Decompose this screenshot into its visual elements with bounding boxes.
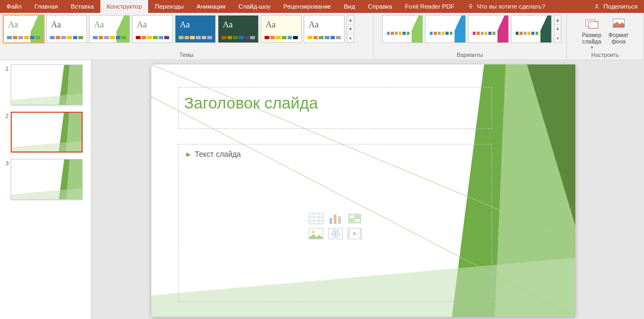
svg-point-0: [469, 4, 472, 7]
slide-canvas[interactable]: Заголовок слайда ▶ Текст слайда: [151, 64, 575, 317]
slide-number: 3: [2, 159, 9, 166]
group-customize-label: Настроить: [570, 50, 640, 60]
tab-view[interactable]: Вид: [338, 0, 362, 13]
share-label: Поделиться: [603, 3, 638, 10]
slide-editor-area[interactable]: Заголовок слайда ▶ Текст слайда: [91, 60, 644, 319]
group-themes: AaAaAaAaAaAaAaAa▲▼▾ Темы: [0, 13, 374, 60]
variant-thumb-2[interactable]: [468, 15, 509, 43]
theme-thumb-1[interactable]: Aa: [46, 15, 87, 43]
tab-transitions[interactable]: Переходы: [148, 0, 190, 13]
title-placeholder-text: Заголовок слайда: [179, 88, 492, 119]
slide-size-icon: [584, 16, 599, 31]
slide-size-button[interactable]: Размер слайда ▾: [579, 15, 605, 50]
svg-rect-25: [330, 218, 332, 224]
tab-file[interactable]: Файл: [0, 0, 28, 13]
tab-animations[interactable]: Анимация: [190, 0, 232, 13]
group-variants-label: Варианты: [377, 50, 563, 60]
bullet-icon: ▶: [186, 151, 191, 158]
variant-thumb-3[interactable]: [511, 15, 552, 43]
tab-design[interactable]: Конструктор: [100, 0, 149, 13]
slide-thumb-3[interactable]: [11, 159, 83, 200]
insert-video-icon[interactable]: [347, 228, 362, 240]
tab-slideshow[interactable]: Слайд-шоу: [232, 0, 277, 13]
content-placeholder-text: Текст слайда: [195, 150, 241, 158]
tab-foxit[interactable]: Foxit Reader PDF: [399, 0, 461, 13]
insert-online-picture-icon[interactable]: [328, 228, 343, 240]
tab-home[interactable]: Главная: [28, 0, 64, 13]
format-bg-icon: [611, 16, 626, 31]
theme-thumb-2[interactable]: Aa: [89, 15, 130, 43]
insert-picture-icon[interactable]: [309, 228, 324, 240]
slide-thumb-1[interactable]: [11, 64, 83, 105]
share-icon: [594, 3, 600, 10]
insert-table-icon[interactable]: [309, 213, 324, 224]
theme-thumb-3[interactable]: Aa: [132, 15, 173, 43]
ribbon-tabs: Файл Главная Вставка Конструктор Переход…: [0, 0, 644, 13]
svg-rect-26: [334, 215, 336, 224]
svg-marker-10: [12, 141, 82, 152]
svg-rect-29: [350, 215, 354, 218]
slide-thumb-2[interactable]: [11, 112, 83, 153]
theme-thumb-0[interactable]: Aa: [3, 15, 44, 43]
svg-rect-28: [348, 214, 361, 223]
svg-point-32: [312, 230, 315, 234]
themes-gallery-more[interactable]: ▲▼▾: [347, 15, 354, 43]
tab-review[interactable]: Рецензирование: [277, 0, 338, 13]
ribbon-content: AaAaAaAaAaAaAaAa▲▼▾ Темы ▲▼▾ Варианты Ра…: [0, 13, 644, 60]
variant-thumb-1[interactable]: [425, 15, 466, 43]
slide-number: 1: [2, 64, 9, 72]
svg-rect-27: [338, 216, 341, 224]
title-placeholder[interactable]: Заголовок слайда: [178, 87, 492, 129]
insert-smartart-icon[interactable]: [347, 213, 362, 224]
content-insert-icons: [309, 213, 362, 240]
insert-chart-icon[interactable]: [328, 213, 343, 224]
svg-rect-37: [360, 228, 362, 239]
format-background-button[interactable]: Формат фона: [606, 15, 632, 45]
lightbulb-icon: [467, 3, 474, 10]
svg-rect-20: [309, 213, 323, 224]
group-themes-label: Темы: [3, 50, 370, 60]
slide-number: 2: [2, 112, 9, 119]
group-variants: ▲▼▾ Варианты: [374, 13, 567, 60]
tell-me-search[interactable]: Что вы хотите сделать?: [461, 0, 552, 13]
svg-marker-7: [11, 93, 82, 105]
share-button[interactable]: Поделиться: [587, 0, 644, 13]
group-customize: Размер слайда ▾ Формат фона Настроить: [567, 13, 644, 60]
theme-thumb-7[interactable]: Aa: [304, 15, 345, 43]
variants-gallery-more[interactable]: ▲▼▾: [554, 15, 561, 43]
svg-rect-30: [355, 219, 360, 222]
theme-thumb-6[interactable]: Aa: [261, 15, 302, 43]
theme-thumb-5[interactable]: Aa: [218, 15, 259, 43]
svg-point-1: [596, 5, 598, 6]
content-placeholder[interactable]: ▶ Текст слайда: [178, 144, 492, 302]
svg-rect-3: [588, 22, 598, 28]
tell-me-placeholder: Что вы хотите сделать?: [477, 3, 545, 10]
format-bg-label: Формат фона: [606, 32, 632, 45]
slide-size-label: Размер слайда: [579, 32, 605, 45]
workspace: 123 Заголовок слайда ▶ Текст слайда: [0, 60, 644, 319]
tab-help[interactable]: Справка: [362, 0, 399, 13]
variant-thumb-0[interactable]: [382, 15, 423, 43]
slide-thumbnails-panel: 123: [0, 60, 91, 319]
theme-thumb-4[interactable]: Aa: [175, 15, 216, 43]
tab-insert[interactable]: Вставка: [64, 0, 100, 13]
svg-rect-36: [348, 228, 350, 239]
svg-marker-13: [11, 188, 82, 200]
